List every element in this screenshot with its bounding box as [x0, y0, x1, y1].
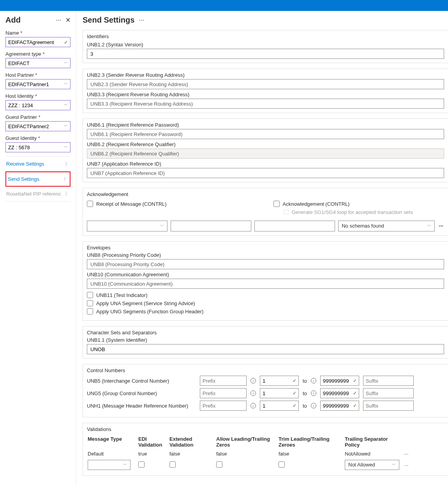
guest-identity-label: Guest Identity: [5, 135, 71, 141]
suffix-input[interactable]: [363, 376, 414, 386]
ack-section: Acknowledgement Receipt of Message (CONT…: [83, 188, 448, 236]
ack-select-2[interactable]: [171, 221, 251, 231]
host-partner-select[interactable]: [5, 79, 71, 89]
unb8-label: UNB8 (Processing Priority Code): [87, 252, 444, 258]
ung-checkbox[interactable]: [87, 308, 93, 314]
cn-label: UNG5 (Group Control Number): [87, 390, 196, 396]
close-icon[interactable]: ✕: [65, 16, 71, 24]
chevron-down-icon: ﹀: [392, 462, 396, 468]
info-icon[interactable]: i: [250, 403, 256, 408]
row-more-icon[interactable]: ···: [404, 462, 409, 468]
chevron-right-icon: 〉: [65, 161, 70, 167]
chevron-down-icon: ﹀: [160, 223, 164, 229]
policy-select[interactable]: Not Allowed﹀: [345, 460, 399, 470]
no-schema-text: No schemas found: [339, 223, 384, 229]
una-checkbox[interactable]: [87, 300, 93, 306]
agreement-type-label: Agreement type: [5, 51, 71, 57]
unb62-label: UNB6.2 (Recipient Reference Qualifier): [87, 141, 444, 147]
unb7-input[interactable]: [87, 168, 444, 178]
routing-section: UNB2.3 (Sender Reverse Routing Address) …: [83, 69, 448, 113]
unb11sys-label: UNB1.1 (System Identifier): [87, 337, 444, 343]
section-title: Validations: [87, 426, 444, 432]
validation-default-row: Default true false false false NotAllowe…: [87, 449, 444, 458]
nav-send-settings[interactable]: Send Settings 〉: [5, 171, 71, 187]
to-input-wrap: ✓: [320, 401, 359, 411]
unb61-label: UNB6.1 (Recipient Reference Password): [87, 122, 444, 128]
sidebar: Add ··· ✕ Name ✓ Agreement type ﹀ Host P…: [0, 11, 76, 485]
trim-checkbox[interactable]: [279, 461, 285, 468]
info-icon[interactable]: i: [250, 378, 256, 383]
info-icon[interactable]: i: [311, 403, 316, 408]
ext-checkbox[interactable]: [169, 461, 176, 468]
name-input[interactable]: [5, 37, 71, 47]
una-label: Apply UNA Segment (Service String Advice…: [96, 300, 195, 306]
from-input-wrap: ✓: [260, 376, 299, 386]
ack-select-3[interactable]: [254, 221, 335, 231]
info-icon[interactable]: i: [311, 378, 316, 383]
prefix-input[interactable]: [200, 388, 247, 398]
nav-label: Receive Settings: [6, 161, 44, 167]
section-title: Control Numbers: [87, 367, 444, 373]
nav-rosettanet[interactable]: RosettaNet PIP referenc 〉: [5, 187, 71, 201]
suffix-input[interactable]: [363, 388, 414, 398]
host-identity-select[interactable]: [5, 100, 71, 110]
validations-header: Message Type EDI Validation Extended Val…: [87, 434, 444, 449]
receipt-checkbox[interactable]: [87, 201, 93, 207]
info-icon[interactable]: i: [250, 390, 256, 396]
unb61-input[interactable]: [87, 129, 444, 139]
guest-identity-select[interactable]: [5, 142, 71, 152]
cn-label: UNB5 (Interchange Control Number): [87, 378, 196, 384]
more-icon[interactable]: ···: [139, 17, 145, 23]
row-more-icon[interactable]: ···: [404, 451, 409, 457]
more-icon[interactable]: ···: [56, 17, 62, 23]
to-input-wrap: ✓: [320, 388, 359, 398]
nav-label: RosettaNet PIP referenc: [6, 191, 61, 197]
unb8-input[interactable]: [87, 259, 444, 269]
chevron-down-icon: ﹀: [64, 124, 68, 129]
chevron-down-icon: ﹀: [123, 462, 127, 468]
sidebar-title: Add: [5, 16, 21, 25]
check-icon: ✓: [353, 378, 357, 383]
prefix-input[interactable]: [200, 376, 247, 386]
unb23-label: UNB2.3 (Sender Reverse Routing Address): [87, 72, 444, 78]
host-partner-label: Host Partner: [5, 72, 71, 78]
agreement-type-select[interactable]: [5, 58, 71, 68]
charset-section: Character Sets and Separators UNB1.1 (Sy…: [83, 326, 448, 359]
page-title: Send Settings: [83, 16, 134, 25]
generate-checkbox: [284, 210, 289, 215]
section-title: Acknowledgement: [87, 191, 444, 197]
unb11sys-input[interactable]: [87, 344, 444, 354]
check-icon: ✓: [293, 390, 296, 396]
prefix-input[interactable]: [200, 401, 247, 411]
row-more-icon[interactable]: ···: [438, 223, 444, 229]
envelopes-section: Envelopes UNB8 (Processing Priority Code…: [83, 241, 448, 321]
control-number-row: UNB5 (Interchange Control Number)i✓toi✓: [87, 376, 444, 386]
unb62-input: [87, 148, 444, 159]
suffix-input[interactable]: [363, 401, 414, 411]
guest-partner-label: Guest Partner: [5, 114, 71, 120]
unb10-input[interactable]: [87, 279, 444, 289]
nav-receive-settings[interactable]: Receive Settings 〉: [5, 156, 71, 171]
allow-checkbox[interactable]: [216, 461, 222, 468]
unb11-checkbox[interactable]: [87, 292, 93, 298]
unb23-input[interactable]: [87, 79, 444, 89]
ack-select-1[interactable]: ﹀: [87, 221, 168, 231]
chevron-down-icon: ﹀: [427, 223, 431, 229]
unb33-input[interactable]: [87, 99, 444, 109]
msgtype-select[interactable]: ﹀: [88, 460, 131, 470]
info-icon[interactable]: i: [311, 390, 316, 396]
edi-checkbox[interactable]: [138, 461, 145, 468]
unb12-input[interactable]: [87, 49, 444, 59]
ack-schema-select[interactable]: No schemas found ﹀: [338, 221, 435, 231]
ung-label: Apply UNG Segments (Function Group Heade…: [96, 309, 203, 314]
nav-label: Send Settings: [8, 176, 39, 182]
section-title: Character Sets and Separators: [87, 330, 444, 336]
chevron-right-icon: 〉: [63, 176, 68, 182]
cn-label: UNH1 (Message Header Reference Number): [87, 403, 196, 409]
generate-label: Generate SG1/SG4 loop for accepted trans…: [292, 209, 413, 215]
ack-checkbox[interactable]: [273, 201, 280, 207]
section-title: Identifiers: [87, 34, 444, 39]
guest-partner-select[interactable]: [5, 121, 71, 131]
check-icon: ✓: [293, 378, 296, 383]
check-icon: ✓: [293, 403, 296, 408]
